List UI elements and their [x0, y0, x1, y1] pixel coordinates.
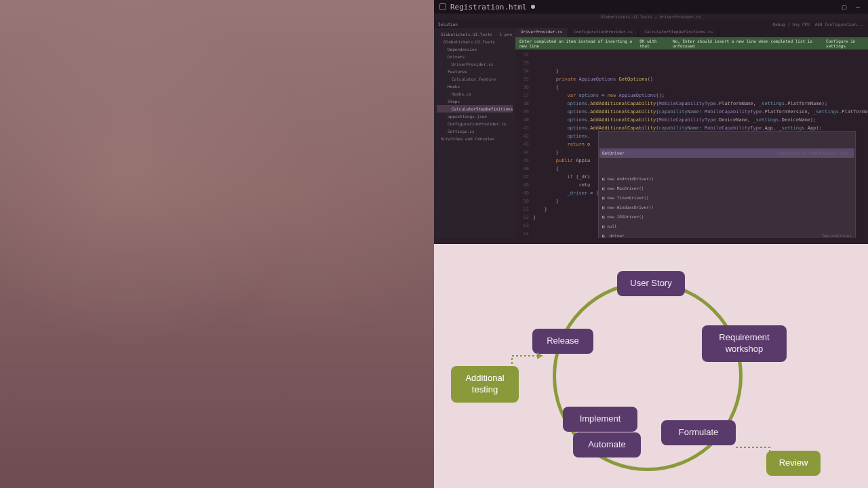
- code-line[interactable]: options.AddAdditionalCapability(MobileCa…: [533, 116, 868, 124]
- code-line[interactable]: options.AddAdditionalCapability(capabili…: [533, 108, 868, 116]
- popup-item[interactable]: ◧ null: [599, 222, 854, 231]
- hint-config-link[interactable]: Configure in settings: [826, 39, 868, 48]
- modified-indicator-icon: [531, 5, 535, 9]
- popup-item[interactable]: ◧ new MacDriver(): [599, 184, 854, 193]
- tree-features[interactable]: Features: [437, 68, 513, 75]
- tree-hooks-file[interactable]: Hooks.cs: [437, 90, 513, 98]
- editor-tab[interactable]: DriverProvider.cs: [515, 28, 568, 37]
- window-menu-icon[interactable]: ⋯: [853, 2, 863, 12]
- tree-steps-file[interactable]: CalculatorStepDefinitions.cs: [437, 105, 513, 113]
- popup-item[interactable]: ◧ new TizenDriver(): [599, 193, 854, 203]
- tree-scratches[interactable]: Scratches and Consoles: [437, 135, 513, 142]
- hint-ok-button[interactable]: OK with that: [639, 39, 666, 48]
- project-tree[interactable]: Globotickets.UI.Tests · 1 project Globot…: [434, 28, 515, 238]
- node-automate: Automate: [573, 432, 641, 458]
- code-line[interactable]: }: [533, 67, 868, 75]
- code-area[interactable]: } private AppiumOptions GetOptions() { v…: [533, 51, 868, 238]
- run-config-dropdown[interactable]: Debug | Any CPU: [773, 22, 810, 26]
- hint-text: Enter completed an item instead of inser…: [519, 39, 639, 48]
- code-editor[interactable]: 3233343536373839404142434445464748495051…: [515, 49, 868, 238]
- code-line[interactable]: {: [533, 83, 868, 92]
- tree-root[interactable]: Globotickets.UI.Tests · 1 project: [437, 30, 513, 38]
- popup-item[interactable]: ◧ new WindowsDriver(): [599, 203, 854, 212]
- svg-marker-1: [766, 463, 773, 468]
- tree-appsettings[interactable]: appsettings.json: [437, 113, 513, 120]
- editor-tab[interactable]: ConfigurationProvider.cs: [568, 28, 639, 37]
- editor-tabs: DriverProvider.cs ConfigurationProvider.…: [515, 28, 868, 37]
- tree-steps[interactable]: Steps: [437, 98, 513, 105]
- line-gutter: 3233343536373839404142434445464748495051…: [515, 51, 533, 238]
- tree-settings[interactable]: Settings.cs: [437, 127, 513, 135]
- popup-selected[interactable]: GetDriver AppiumDriver<IWebElement>|me);: [599, 148, 854, 158]
- tree-hooks[interactable]: Hooks: [437, 83, 513, 90]
- tree-config-provider[interactable]: ConfigurationProvider.cs: [437, 120, 513, 127]
- tree-drivers[interactable]: Drivers: [437, 53, 513, 60]
- popup-item[interactable]: ◧ new IOSDriver(): [599, 212, 854, 222]
- editor-hint-bar: Enter completed an item instead of inser…: [515, 37, 868, 49]
- popup-item[interactable]: ◧ new AndroidDriver(): [599, 174, 854, 184]
- hint-no-button[interactable]: No, Enter should insert a new line when …: [673, 39, 819, 48]
- add-config-button[interactable]: Add Configuration...: [815, 22, 864, 26]
- code-line[interactable]: var options = new AppiumOptions();: [533, 92, 868, 100]
- tree-deps[interactable]: Dependencies: [437, 45, 513, 53]
- intellisense-popup[interactable]: GetDriver AppiumDriver<IWebElement>|me);…: [598, 131, 856, 238]
- ide-toolbar: Solution Debug | Any CPU Add Configurati…: [434, 20, 868, 28]
- popup-item[interactable]: ◧ _driverAppiumDriver: [599, 231, 854, 238]
- editor-tab[interactable]: CalculatorStepDefinitions.cs: [639, 28, 719, 37]
- diagram-panel: User Story Requirement workshop Formulat…: [434, 244, 868, 488]
- node-release: Release: [532, 329, 593, 354]
- dotted-connector-icon: [732, 444, 780, 478]
- svg-marker-2: [537, 352, 542, 359]
- ide-app-icon: [439, 3, 446, 10]
- node-implement: Implement: [563, 407, 637, 432]
- node-requirement: Requirement workshop: [702, 325, 787, 362]
- photo-panel: [0, 0, 434, 488]
- tree-calc-feature[interactable]: Calculator.feature: [437, 75, 513, 83]
- node-user-story: User Story: [617, 271, 685, 296]
- photo-tint-overlay: [0, 0, 434, 488]
- ide-subtitle: Globotickets.UI.Tests — DriverProvider.c…: [434, 14, 868, 20]
- ide-window-title: Registration.html: [450, 3, 527, 12]
- ide-panel: Registration.html ▢ ⋯ Globotickets.UI.Te…: [434, 0, 868, 244]
- code-line[interactable]: options.AddAdditionalCapability(MobileCa…: [533, 100, 868, 108]
- tree-driver-file[interactable]: DriverProvider.cs: [437, 60, 513, 68]
- ide-titlebar: Registration.html ▢ ⋯: [434, 0, 868, 14]
- solution-dropdown[interactable]: Solution: [438, 22, 458, 26]
- code-line[interactable]: private AppiumOptions GetOptions(): [533, 75, 868, 83]
- window-minimize-icon[interactable]: ▢: [840, 2, 849, 12]
- node-formulate: Formulate: [661, 420, 736, 445]
- tree-project[interactable]: Globotickets.UI.Tests: [437, 38, 513, 45]
- dotted-connector-icon: [509, 352, 549, 393]
